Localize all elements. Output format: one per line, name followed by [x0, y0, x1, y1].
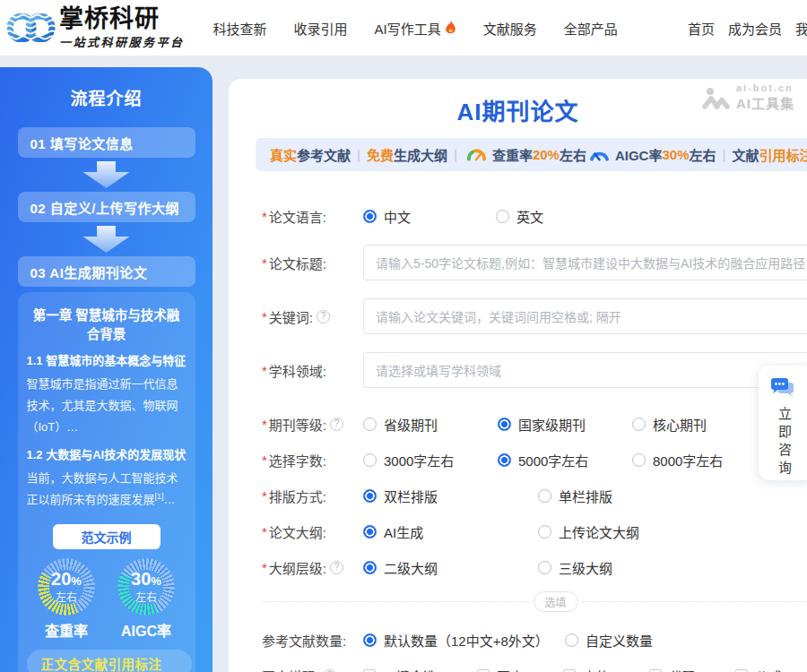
radio-option-8-0[interactable]: 二级大纲	[363, 558, 538, 577]
checkbox-option-11-1[interactable]: 图表	[477, 667, 563, 672]
preview-section-1: 1.1 智慧城市的基本概念与特征	[27, 351, 187, 368]
radio-unselected[interactable]	[538, 561, 551, 574]
checkbox-option-11-0[interactable]: 一键全选	[363, 667, 477, 672]
field-label-text: 参考文献数量:	[262, 631, 346, 650]
radio-unselected[interactable]	[538, 489, 551, 503]
nav-item-label: AI写作工具	[375, 19, 441, 38]
gauge-label: AIGC率	[108, 619, 185, 641]
radio-option-4-1[interactable]: 国家级期刊	[498, 415, 632, 434]
radio-option-4-0[interactable]: 省级期刊	[363, 415, 498, 434]
preview-paragraph-1: 智慧城市是指通过新一代信息技术，尤其是大数据、物联网（IoT）…	[27, 374, 187, 438]
radio-unselected[interactable]	[363, 418, 377, 431]
sample-essay-button[interactable]: 范文示例	[53, 524, 161, 549]
form-row-3: *学科领域:请选择或填写学科领域	[262, 352, 807, 388]
header-nav-right: 首页成为会员我的	[688, 0, 807, 56]
radio-selected[interactable]	[363, 633, 377, 647]
process-steps: 01 填写论文信息02 自定义/上传写作大纲03 AI生成期刊论文	[0, 127, 213, 287]
infobar-text: 文献	[732, 145, 759, 164]
sidebar-step-3[interactable]: 03 AI生成期刊论文	[18, 256, 195, 287]
paper-form: *论文语言:中文英文*论文标题:请输入5-50字论文标题,例如：智慧城市建设中大…	[229, 198, 807, 672]
option-label: 中文	[384, 207, 411, 226]
radio-option-8-1[interactable]: 三级大纲	[538, 558, 612, 577]
checkbox-option-11-3[interactable]: 代码	[649, 667, 735, 672]
form-row-1: *论文标题:请输入5-50字论文标题,例如：智慧城市建设中大数据与AI技术的融合…	[262, 245, 807, 280]
required-mark: *	[262, 560, 267, 575]
radio-option-6-1[interactable]: 单栏排版	[538, 487, 612, 505]
input-placeholder: 请选择或填写学科领域	[376, 361, 501, 379]
consult-button[interactable]: 立即咨询	[759, 366, 807, 480]
help-icon[interactable]: ?	[330, 561, 343, 574]
infobar-text: |	[357, 147, 360, 162]
infobar-text: 免费	[367, 145, 394, 164]
radio-selected[interactable]	[363, 525, 377, 538]
radio-unselected[interactable]	[363, 453, 377, 467]
nav-item-2[interactable]: AI写作工具	[375, 19, 456, 38]
nav-item-3[interactable]: 文献服务	[483, 19, 537, 38]
radio-selected[interactable]	[363, 210, 377, 223]
nav-right-item-0[interactable]: 首页	[688, 19, 715, 38]
rate-gauges: 20% 左右 查重率 30% 左右 AIGC率	[27, 558, 187, 641]
nav-item-0[interactable]: 科技查新	[213, 19, 267, 38]
main-panel: ai-bot.cn AI工具集 AI期刊论文 真实参考文献|免费生成大纲|查重率…	[229, 79, 807, 672]
radio-option-0-0[interactable]: 中文	[363, 207, 496, 226]
site-logo[interactable]: 掌桥科研 一站式科研服务平台	[7, 5, 185, 50]
form-row-6: *排版方式:双栏排版单栏排版	[262, 478, 807, 513]
nav-right-item-1[interactable]: 成为会员	[728, 19, 782, 38]
text-input-1[interactable]: 请输入5-50字论文标题,例如：智慧城市建设中大数据与AI技术的融合应用路径	[363, 245, 807, 280]
checkbox-option-11-2[interactable]: 表格	[563, 667, 649, 672]
radio-selected[interactable]	[363, 489, 377, 503]
infobar-text: 左右	[560, 145, 586, 164]
radio-option-5-1[interactable]: 5000字左右	[498, 451, 632, 470]
radio-option-10-1[interactable]: 自定义数量	[565, 631, 653, 650]
radio-option-6-0[interactable]: 双栏排版	[363, 487, 538, 505]
radio-option-7-0[interactable]: AI生成	[363, 522, 538, 541]
required-mark: *	[262, 488, 267, 504]
radio-option-5-0[interactable]: 3000字左右	[363, 451, 498, 470]
sidebar-step-1[interactable]: 01 填写论文信息	[18, 127, 195, 158]
header-nav: 科技查新收录引用AI写作工具文献服务全部产品	[213, 19, 618, 38]
watermark-line1: ai-bot.cn	[736, 82, 794, 93]
form-row-4: *期刊等级:?省级期刊国家级期刊核心期刊	[262, 406, 807, 442]
field-label-text: 论文标题:	[269, 254, 326, 272]
radio-unselected[interactable]	[565, 633, 578, 647]
help-icon[interactable]: ?	[317, 310, 330, 323]
option-group: AI生成上传论文大纲	[363, 522, 807, 541]
radio-option-10-0[interactable]: 默认数量（12中文+8外文）	[363, 631, 565, 650]
aigc-rate-gauge: 30% 左右 AIGC率	[108, 558, 185, 641]
feature-infobar: 真实参考文献|免费生成大纲|查重率20%左右AIGC率30%左右|文献引用标注|…	[256, 138, 807, 171]
text-input-2[interactable]: 请输入论文关键词，关键词间用空格或; 隔开	[363, 298, 807, 334]
radio-unselected[interactable]	[496, 210, 509, 223]
nav-right-item-2[interactable]: 我的	[795, 19, 807, 38]
sidebar-step-2[interactable]: 02 自定义/上传写作大纲	[18, 192, 195, 222]
checkbox-option-11-4[interactable]: 公式	[735, 667, 807, 672]
radio-option-5-2[interactable]: 8000字左右	[632, 451, 767, 470]
radio-option-7-1[interactable]: 上传论文大纲	[538, 522, 639, 541]
infobar-text: 左右	[689, 145, 716, 164]
nav-item-1[interactable]: 收录引用	[294, 19, 348, 38]
radio-selected[interactable]	[498, 453, 511, 467]
option-label: 双栏排版	[384, 487, 438, 505]
radio-option-4-2[interactable]: 核心期刊	[632, 415, 767, 434]
option-label: 公式	[755, 667, 782, 672]
radio-option-0-1[interactable]: 英文	[496, 207, 543, 226]
option-group: 中文英文	[363, 207, 807, 226]
nav-item-label: 科技查新	[213, 19, 267, 38]
option-label: AI生成	[384, 522, 423, 541]
field-label-text: 论文语言:	[269, 207, 326, 226]
radio-unselected[interactable]	[632, 418, 646, 431]
radio-selected[interactable]	[363, 561, 377, 574]
radio-selected[interactable]	[498, 418, 511, 431]
radio-unselected[interactable]	[632, 453, 646, 467]
help-icon[interactable]: ?	[323, 669, 336, 672]
arrow-down-icon	[83, 226, 130, 253]
radio-unselected[interactable]	[538, 525, 551, 538]
help-icon[interactable]: ?	[330, 418, 343, 431]
option-label: 5000字左右	[518, 451, 588, 470]
text-input-3[interactable]: 请选择或填写学科领域	[363, 352, 807, 388]
duplicate-rate-gauge: 20% 左右 查重率	[28, 558, 105, 641]
required-mark: *	[262, 363, 267, 378]
form-row-8: *大纲层级:?二级大纲三级大纲	[262, 549, 807, 585]
option-label: 上传论文大纲	[559, 522, 639, 541]
nav-item-4[interactable]: 全部产品	[564, 19, 618, 38]
field-label-text: 大纲层级:	[269, 558, 326, 577]
